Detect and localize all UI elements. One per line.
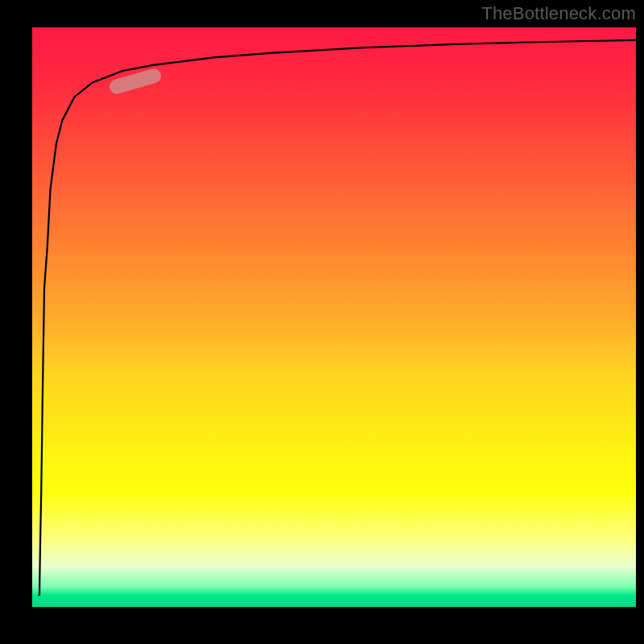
plot-area: [32, 27, 636, 607]
bottleneck-curve: [39, 40, 637, 596]
highlight-marker: [108, 67, 163, 95]
chart-canvas: TheBottleneck.com: [0, 0, 644, 644]
curve-svg: [32, 27, 636, 607]
watermark-text: TheBottleneck.com: [481, 3, 636, 24]
